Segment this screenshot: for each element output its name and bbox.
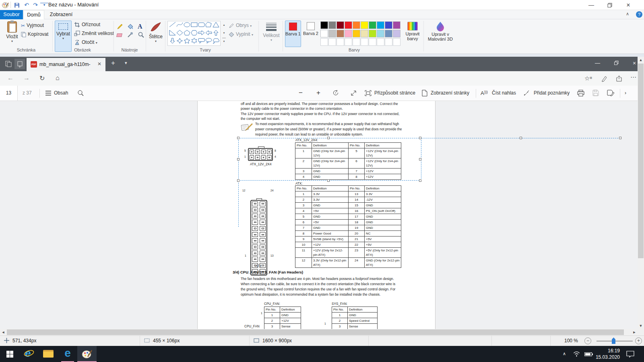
qat-customize-button[interactable]: ▾	[40, 3, 48, 8]
shape-six-point-star-icon[interactable]	[191, 38, 198, 46]
rotate-button[interactable]: Otočit ▾	[74, 39, 97, 47]
magnifier-tool[interactable]	[138, 31, 147, 39]
shape-right-arrow-icon[interactable]	[198, 30, 205, 38]
palette-swatch[interactable]	[361, 21, 368, 29]
shape-oval-icon[interactable]	[184, 22, 191, 30]
palette-swatch-empty[interactable]	[385, 38, 392, 46]
tab-home[interactable]: Domů	[23, 10, 44, 19]
palette-swatch-empty[interactable]	[393, 38, 400, 46]
wifi-icon[interactable]	[573, 351, 580, 357]
shape-left-arrow-icon[interactable]	[205, 30, 213, 38]
size-button[interactable]: Velikost ▾	[261, 21, 282, 52]
tab-view[interactable]: Zobrazení	[45, 10, 77, 19]
palette-swatch-empty[interactable]	[377, 38, 384, 46]
palette-swatch[interactable]	[377, 30, 384, 37]
palette-swatch[interactable]	[320, 30, 328, 37]
palette-swatch[interactable]	[385, 30, 392, 37]
palette-swatch[interactable]	[353, 21, 360, 29]
clock[interactable]: 16:1915.03.2020	[595, 348, 620, 360]
vertical-scroll-thumb[interactable]	[638, 64, 644, 258]
palette-swatch[interactable]	[320, 21, 328, 29]
zoom-in-button[interactable]: +	[635, 337, 642, 344]
palette-swatch[interactable]	[393, 21, 400, 29]
selection-marquee[interactable]	[238, 138, 421, 181]
palette-swatch[interactable]	[345, 30, 352, 37]
copy-button[interactable]: Kopírovat	[21, 31, 48, 39]
restore-button[interactable]	[603, 0, 617, 10]
palette-swatch[interactable]	[353, 30, 360, 37]
shape-pentagon-icon[interactable]	[184, 30, 191, 38]
qat-save-button[interactable]	[13, 1, 21, 9]
selection-handle-w[interactable]	[237, 158, 239, 160]
canvas[interactable]: PDF mb_manual_ga-h110m- ✕ + ▾ — × ← → ↻ …	[0, 57, 638, 329]
shapes-scroll[interactable]: ▴ ▾ ▾	[221, 21, 227, 46]
palette-swatch[interactable]	[393, 30, 400, 37]
shape-cloud-callout-icon[interactable]	[213, 38, 220, 46]
minimize-button[interactable]: —	[584, 0, 598, 10]
fill-button[interactable]: Vyplnit ▾	[229, 31, 253, 39]
palette-swatch[interactable]	[369, 21, 376, 29]
shape-right-triangle-icon[interactable]	[169, 30, 176, 38]
selection-handle-extra-2[interactable]	[619, 137, 621, 139]
palette-swatch-empty[interactable]	[345, 38, 352, 46]
cut-button[interactable]: ✂Vyjmout	[21, 23, 44, 30]
palette-swatch-empty[interactable]	[336, 38, 344, 46]
palette-swatch-empty[interactable]	[320, 38, 328, 46]
palette-swatch-empty[interactable]	[361, 38, 368, 46]
collapse-ribbon-icon[interactable]: ∧	[626, 11, 629, 16]
palette-swatch-empty[interactable]	[353, 38, 360, 46]
palette-swatch[interactable]	[361, 30, 368, 37]
taskbar-explorer-icon[interactable]	[39, 346, 58, 362]
scroll-left-icon[interactable]: ◄	[0, 329, 6, 335]
text-tool[interactable]: A	[138, 23, 147, 30]
palette-swatch[interactable]	[377, 21, 384, 29]
tray-expand-icon[interactable]: ∧	[563, 351, 566, 356]
palette-swatch[interactable]	[328, 30, 336, 37]
palette-swatch-empty[interactable]	[328, 38, 336, 46]
tab-file[interactable]: Soubor	[0, 10, 23, 19]
selection-handle-se[interactable]	[419, 179, 421, 182]
shape-oval-callout-icon[interactable]	[205, 38, 213, 46]
crop-button[interactable]: Oříznout	[74, 22, 100, 29]
palette-swatch[interactable]	[385, 21, 392, 29]
horizontal-scroll-thumb[interactable]	[7, 329, 624, 335]
palette-swatch[interactable]	[369, 30, 376, 37]
shape-rectangle-icon[interactable]	[191, 22, 198, 30]
selection-handle-extra-1[interactable]	[520, 137, 522, 139]
action-center-icon[interactable]	[626, 351, 634, 358]
qat-redo-button[interactable]: ↷	[31, 1, 39, 9]
selection-handle-e[interactable]	[419, 158, 421, 160]
shape-curve-icon[interactable]	[176, 22, 184, 30]
selection-handle-n[interactable]	[327, 137, 330, 139]
edit-colors-button[interactable]: Upravitbarvy	[403, 21, 422, 49]
selection-handle-sw[interactable]	[237, 179, 239, 182]
fill-tool[interactable]	[127, 23, 136, 30]
shape-five-point-star-icon[interactable]	[184, 38, 191, 46]
shape-polygon-icon[interactable]	[205, 22, 213, 30]
taskbar-paint-icon[interactable]	[77, 346, 97, 362]
shape-hexagon-icon[interactable]	[191, 30, 198, 38]
qat-undo-button[interactable]: ↶	[23, 1, 31, 9]
selection-handle-s[interactable]	[327, 179, 330, 182]
shape-rounded-rectangle-icon[interactable]	[198, 22, 205, 30]
resize-button[interactable]: Změnit velikost	[74, 31, 114, 38]
palette-swatch[interactable]	[345, 21, 352, 29]
taskbar-edge-icon[interactable]: e	[58, 346, 77, 362]
shape-line-icon[interactable]	[169, 22, 176, 30]
color-picker-tool[interactable]	[127, 31, 136, 39]
shape-down-arrow-icon[interactable]	[169, 38, 176, 46]
scroll-up-icon[interactable]: ▲	[638, 57, 644, 63]
taskbar-ie-icon[interactable]: e	[19, 346, 39, 362]
selection-handle-nw[interactable]	[237, 137, 239, 139]
shape-triangle-icon[interactable]	[213, 22, 220, 30]
palette-swatch[interactable]	[328, 21, 336, 29]
palette-swatch-empty[interactable]	[369, 38, 376, 46]
pencil-tool[interactable]	[117, 23, 126, 30]
close-button[interactable]: ×	[621, 0, 635, 10]
start-button[interactable]	[0, 346, 19, 362]
color1-button[interactable]: Barva 1	[285, 21, 301, 47]
zoom-out-button[interactable]: −	[584, 337, 591, 344]
outline-button[interactable]: Obrys ▾	[229, 23, 252, 30]
selection-handle-ne[interactable]	[419, 137, 421, 139]
horizontal-scrollbar[interactable]: ◄ ►	[0, 329, 638, 335]
